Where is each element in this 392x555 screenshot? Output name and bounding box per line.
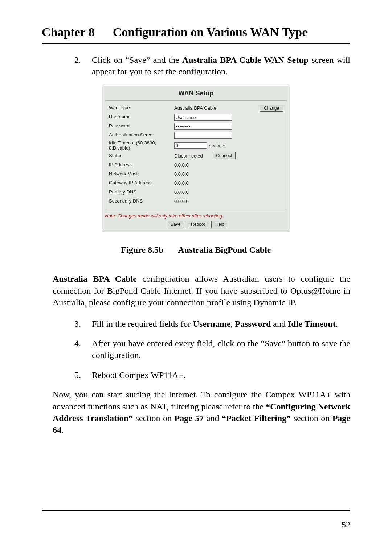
help-button[interactable]: Help [211, 221, 228, 228]
value-gateway-ip: 0.0.0.0 [174, 180, 189, 186]
closing-paragraph: Now, you can start surfing the Internet.… [53, 389, 350, 436]
paragraph-bpa-cable: Australia BPA Cable configuration allows… [53, 273, 350, 308]
label-secondary-dns: Secondary DNS [109, 199, 174, 204]
step-3: 3. Fill in the required fields for Usern… [74, 318, 350, 330]
chapter-number: Chapter 8 [42, 25, 95, 39]
label-wan-type: Wan Type [109, 105, 174, 111]
step-number: 4. [74, 338, 81, 349]
figure-8-5b-image: WAN Setup Wan Type Australia BPA Cable C… [42, 86, 350, 232]
value-network-mask: 0.0.0.0 [174, 171, 189, 177]
username-input[interactable]: Username [174, 114, 232, 121]
label-password: Password [109, 123, 174, 129]
row-password: Password •••••••• [109, 122, 283, 130]
auth-server-input[interactable] [174, 132, 232, 139]
reboot-button[interactable]: Reboot [187, 221, 209, 228]
label-gateway-ip: Gateway IP Address [109, 180, 174, 186]
row-auth-server: Authentication Server [109, 131, 283, 139]
figure-label: Figure 8.5b [121, 245, 164, 254]
step-number: 3. [74, 318, 81, 330]
chapter-title: Configuration on Various WAN Type [113, 25, 308, 39]
value-wan-type: Australia BPA Cable [174, 105, 232, 111]
label-idle-timeout: Idle Timeout (60-3600, 0:Disable) [109, 140, 174, 151]
step-text: Fill in the required fields for Username… [92, 319, 338, 328]
row-network-mask: Network Mask 0.0.0.0 [109, 170, 283, 178]
value-secondary-dns: 0.0.0.0 [174, 199, 189, 204]
row-primary-dns: Primary DNS 0.0.0.0 [109, 188, 283, 196]
label-ip-address: IP Address [109, 162, 174, 168]
row-status: Status Disconnected Connect [109, 152, 283, 160]
figure-title: Australia BigPond Cable [178, 245, 271, 254]
step-5: 5. Reboot Compex WP11A+. [74, 369, 350, 381]
save-button[interactable]: Save [167, 221, 184, 228]
label-auth-server: Authentication Server [109, 132, 174, 138]
chapter-header: Chapter 8Configuration on Various WAN Ty… [42, 25, 350, 44]
step-number: 5. [74, 369, 81, 381]
step-text: Reboot Compex WP11A+. [92, 370, 185, 380]
value-ip-address: 0.0.0.0 [174, 162, 189, 168]
wan-setup-panel: WAN Setup Wan Type Australia BPA Cable C… [102, 86, 290, 232]
idle-timeout-unit: seconds [209, 143, 226, 148]
row-ip-address: IP Address 0.0.0.0 [109, 161, 283, 169]
wan-setup-form: Wan Type Australia BPA Cable Change User… [105, 100, 287, 210]
connect-button[interactable]: Connect [213, 152, 236, 159]
wan-setup-title: WAN Setup [105, 88, 287, 100]
footer-rule [42, 510, 350, 511]
step-text: Click on “Save” and the Australia BPA Ca… [92, 55, 350, 76]
row-wan-type: Wan Type Australia BPA Cable Change [109, 104, 283, 112]
idle-timeout-input[interactable]: 0 [174, 142, 207, 149]
wan-setup-note: Note: Changes made will only take effect… [105, 213, 287, 219]
figure-caption: Figure 8.5bAustralia BigPond Cable [42, 245, 350, 255]
password-input[interactable]: •••••••• [174, 123, 232, 130]
row-username: Username Username [109, 113, 283, 121]
change-button[interactable]: Change [260, 105, 283, 112]
label-status: Status [109, 153, 174, 159]
step-text: After you have entered every field, clic… [92, 339, 350, 360]
label-primary-dns: Primary DNS [109, 189, 174, 195]
label-network-mask: Network Mask [109, 171, 174, 177]
label-username: Username [109, 114, 174, 120]
step-number: 2. [74, 54, 81, 66]
wan-setup-buttons: Save Reboot Help [105, 221, 287, 228]
row-idle-timeout: Idle Timeout (60-3600, 0:Disable) 0 seco… [109, 140, 283, 151]
row-gateway-ip: Gateway IP Address 0.0.0.0 [109, 179, 283, 187]
page-number: 52 [342, 520, 350, 530]
row-secondary-dns: Secondary DNS 0.0.0.0 [109, 197, 283, 205]
step-2: 2. Click on “Save” and the Australia BPA… [74, 54, 350, 78]
step-4: 4. After you have entered every field, c… [74, 338, 350, 361]
value-primary-dns: 0.0.0.0 [174, 189, 189, 195]
value-status: Disconnected [174, 153, 211, 159]
